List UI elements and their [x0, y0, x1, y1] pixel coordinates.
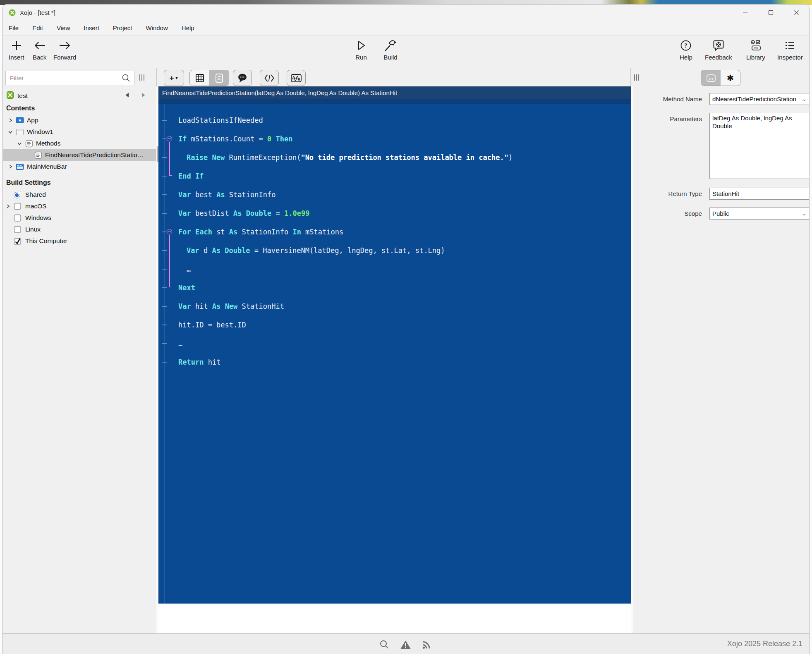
inspector-advanced-tab[interactable]: ✱ [721, 70, 740, 86]
checkbox-checked-icon[interactable] [13, 237, 22, 245]
menu-project[interactable]: Project [113, 24, 132, 31]
menu-help[interactable]: Help [182, 24, 194, 31]
method-icon [33, 151, 43, 159]
chevron-down-icon[interactable] [15, 141, 24, 146]
code-line[interactable]: Next [158, 278, 631, 297]
build-target-label: macOS [25, 203, 47, 210]
content-area: test Contents AAppWindow1MethodsFindNear… [3, 86, 809, 634]
code-text: … [158, 339, 182, 348]
warnings-icon[interactable] [400, 640, 411, 651]
menu-view[interactable]: View [57, 24, 70, 31]
search-results-icon[interactable] [379, 640, 389, 651]
fold-collapse-icon[interactable] [167, 229, 172, 234]
build-target-this-computer[interactable]: This Computer [3, 235, 156, 247]
build-target-linux[interactable]: Linux [3, 224, 156, 235]
tree-item-mainmenubar[interactable]: MainMenuBar [3, 161, 156, 172]
code-line[interactable]: Var best As StationInfo [158, 185, 631, 204]
svg-text:ID: ID [709, 76, 713, 81]
menu-insert[interactable]: Insert [84, 24, 99, 31]
feedback-button[interactable]: Feedback [705, 39, 732, 61]
filter-input[interactable] [6, 74, 122, 81]
radio-on-icon[interactable] [13, 191, 22, 199]
editor-view-segmented [189, 70, 229, 86]
signals-button[interactable] [287, 70, 306, 86]
list-view-button[interactable] [209, 70, 229, 86]
grid-icon [195, 73, 205, 83]
tree-item-methods[interactable]: Methods [3, 138, 156, 149]
scope-select[interactable]: Public ⌄ [709, 208, 810, 220]
build-target-shared[interactable]: Shared [3, 189, 156, 200]
build-button[interactable]: Build [383, 39, 398, 61]
minimize-button[interactable] [732, 5, 758, 20]
search-icon [122, 74, 131, 83]
run-button[interactable]: Run [355, 39, 367, 61]
scope-label: Scope [636, 210, 702, 217]
code-line[interactable]: … [158, 334, 631, 353]
code-line[interactable]: Var hit As New StationHit [158, 297, 631, 315]
code-line[interactable]: If mStations.Count = 0 Then [158, 129, 631, 148]
tree-item-findnearesttidepredictionstatio[interactable]: FindNearestTidePredictionStatio… [3, 149, 156, 161]
code-line[interactable]: End If [158, 167, 631, 185]
navigator-tree: AAppWindow1MethodsFindNearestTidePredict… [3, 115, 156, 172]
code-text: For Each st As StationInfo In mStations [158, 228, 343, 236]
inspector-button[interactable]: Inspector [777, 39, 803, 61]
contents-header: Contents [3, 102, 156, 115]
filter-field[interactable] [5, 71, 134, 85]
parameters-textarea[interactable]: latDeg As Double, lngDeg As Double [709, 113, 810, 179]
insert-button[interactable]: Insert [9, 39, 24, 61]
menu-edit[interactable]: Edit [32, 24, 43, 31]
code-line[interactable]: hit.ID = best.ID [158, 315, 631, 334]
code-line[interactable]: Var bestDist As Double = 1.0e99 [158, 204, 631, 222]
inspector-panel-grip[interactable] [634, 74, 639, 81]
return-type-input[interactable] [709, 188, 810, 200]
build-target-macos[interactable]: macOS [3, 200, 156, 212]
code-line[interactable]: Return hit [158, 353, 631, 371]
fold-collapse-icon[interactable] [167, 136, 172, 141]
checkbox-icon[interactable] [13, 203, 22, 210]
method-name-label: Method Name [636, 95, 702, 103]
chevron-right-icon[interactable] [3, 204, 13, 209]
build-target-windows[interactable]: Windows [3, 212, 156, 224]
code-line[interactable]: Var d As Double = HaversineNM(latDeg, ln… [158, 241, 631, 260]
project-row[interactable]: test [3, 90, 156, 102]
grid-view-button[interactable] [190, 70, 209, 86]
help-button[interactable]: ? Help [680, 39, 692, 61]
plus-icon [11, 39, 22, 52]
feed-icon[interactable] [422, 640, 432, 651]
add-item-button[interactable]: + ▼ [164, 70, 184, 86]
close-button[interactable] [783, 5, 809, 20]
code-view-button[interactable] [260, 70, 279, 86]
tree-item-window1[interactable]: Window1 [3, 126, 156, 138]
tree-item-app[interactable]: AApp [3, 115, 156, 126]
navigator-panel-grip[interactable] [139, 74, 144, 81]
nav-forward-arrow[interactable] [141, 92, 146, 100]
code-area[interactable]: LoadStationsIfNeededIf mStations.Count =… [158, 104, 631, 604]
code-line[interactable]: Raise New RuntimeException("No tide pred… [158, 148, 631, 167]
maximize-button[interactable] [758, 5, 783, 20]
menu-file[interactable]: File [9, 24, 19, 31]
code-line[interactable]: … [158, 260, 631, 278]
menu-window[interactable]: Window [146, 24, 168, 31]
svg-text:A: A [19, 118, 22, 122]
project-name: test [17, 92, 124, 100]
chevron-right-icon[interactable] [6, 118, 14, 123]
build-target-label: Windows [25, 214, 51, 222]
status-bar: Xojo 2025 Release 2.1 [3, 633, 809, 654]
svg-text:OK: OK [754, 46, 759, 50]
nav-back-arrow[interactable] [124, 92, 130, 100]
chevron-right-icon[interactable] [6, 164, 14, 169]
checkbox-icon[interactable] [13, 214, 22, 222]
method-name-combo[interactable]: dNearestTidePredictionStation ⌄ [709, 93, 810, 105]
forward-button[interactable]: Forward [53, 39, 76, 61]
back-button[interactable]: Back [33, 39, 46, 61]
code-line[interactable]: LoadStationsIfNeeded [158, 111, 631, 129]
inspector-id-tab[interactable]: ID [701, 70, 721, 86]
code-top-band [158, 99, 631, 104]
chevron-down-icon[interactable] [6, 129, 14, 134]
checkbox-icon[interactable] [13, 226, 22, 234]
code-lines: LoadStationsIfNeededIf mStations.Count =… [158, 111, 631, 371]
library-button[interactable]: OK Library [746, 39, 765, 61]
code-line[interactable]: For Each st As StationInfo In mStations [158, 222, 631, 241]
build-target-label: This Computer [25, 237, 67, 245]
notes-button[interactable] [233, 70, 252, 86]
